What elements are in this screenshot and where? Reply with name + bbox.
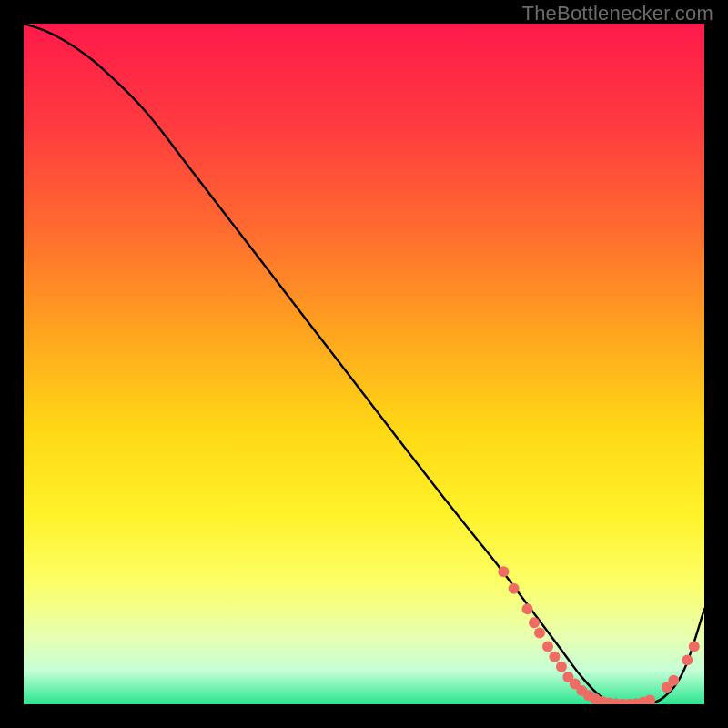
curve-dot: [689, 641, 700, 652]
curve-dot: [682, 654, 693, 665]
plot-background: [24, 24, 704, 704]
curve-dot: [534, 627, 545, 638]
attribution-label: TheBottlenecker.com: [522, 2, 713, 25]
curve-dot: [542, 641, 553, 652]
chart-stage: TheBottlenecker.com: [0, 0, 728, 728]
curve-dot: [509, 583, 520, 594]
curve-dot: [522, 603, 533, 614]
curve-dot: [529, 617, 540, 628]
curve-dot: [549, 652, 560, 662]
curve-dot: [668, 675, 679, 686]
bottleneck-chart: [24, 24, 704, 704]
curve-dot: [498, 566, 509, 577]
curve-dot: [556, 662, 567, 672]
